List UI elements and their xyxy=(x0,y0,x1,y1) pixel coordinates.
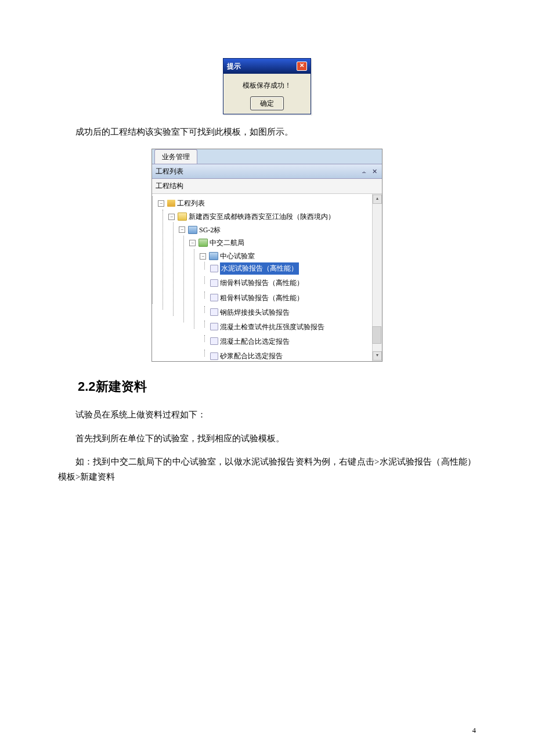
form-icon xyxy=(210,323,218,330)
dialog-title-text: 提示 xyxy=(227,60,241,72)
panel-title: 工程列表 xyxy=(156,165,183,177)
tree-project-label: 新建西安至成都铁路西安至江油段（陕西境内） xyxy=(189,211,335,222)
tree-leaf-label: 混凝土检查试件抗压强度试验报告 xyxy=(220,321,324,333)
tree-org[interactable]: − 中交二航局 xyxy=(189,237,244,249)
org-icon xyxy=(199,239,208,247)
tree-leaf[interactable]: 混凝土检查试件抗压强度试验报告 xyxy=(210,321,324,333)
collapse-icon[interactable]: − xyxy=(179,226,185,233)
panel-close-icon[interactable]: ✕ xyxy=(370,167,378,175)
close-icon[interactable]: ✕ xyxy=(297,62,307,71)
tree-leaf-label: 细骨料试验报告（高性能） xyxy=(220,277,304,289)
tree-leaf-label: 水泥试验报告（高性能） xyxy=(220,262,299,274)
folder-open-icon xyxy=(178,213,187,221)
tab-business-management[interactable]: 业务管理 xyxy=(154,149,197,164)
folder-icon xyxy=(209,252,218,260)
ok-button[interactable]: 确定 xyxy=(250,96,284,110)
collapse-icon[interactable]: − xyxy=(158,200,164,207)
tree-leaf[interactable]: 细骨料试验报告（高性能） xyxy=(210,277,304,289)
panel-subtitle: 工程结构 xyxy=(152,179,382,193)
folder-icon xyxy=(188,226,197,234)
tree-section-label: SG-2标 xyxy=(199,224,221,236)
page-number: 4 xyxy=(472,726,477,735)
tree-root-label: 工程列表 xyxy=(177,197,205,209)
tree-root[interactable]: − 工程列表 xyxy=(158,197,205,209)
form-icon xyxy=(210,308,218,316)
tree-lab[interactable]: − 中心试验室 xyxy=(200,250,255,262)
collapse-icon[interactable]: − xyxy=(200,253,206,260)
tree-project[interactable]: − 新建西安至成都铁路西安至江油段（陕西境内） xyxy=(168,211,335,222)
tree-leaf-label: 粗骨料试验报告（高性能） xyxy=(220,292,304,304)
tree-leaf[interactable]: 混凝土配合比选定报告 xyxy=(210,336,290,347)
tree-section[interactable]: − SG-2标 xyxy=(179,224,221,236)
alert-dialog: 提示 ✕ 模板保存成功！ 确定 xyxy=(223,58,311,114)
tree-leaf-selected[interactable]: 水泥试验报告（高性能） xyxy=(210,262,299,274)
collapse-icon[interactable]: − xyxy=(168,214,175,220)
tree-lab-label: 中心试验室 xyxy=(220,250,255,262)
project-tree: − 工程列表 − 新建西安至成都铁路西安至江油段（陕西境内） xyxy=(156,196,381,361)
collapse-icon[interactable]: − xyxy=(189,240,196,246)
tree-leaf-label: 钢筋焊接接头试验报告 xyxy=(220,307,290,318)
form-icon xyxy=(210,337,218,345)
tree-leaf[interactable]: 粗骨料试验报告（高性能） xyxy=(210,292,304,304)
body-paragraph-3: 如：找到中交二航局下的中心试验室，以做水泥试验报告资料为例，右键点击>水泥试验报… xyxy=(58,455,476,484)
form-icon xyxy=(210,279,218,287)
body-paragraph-2: 首先找到所在单位下的试验室，找到相应的试验模板。 xyxy=(58,431,476,447)
form-icon xyxy=(210,352,218,360)
body-paragraph-1: 试验员在系统上做资料过程如下： xyxy=(58,408,476,423)
tree-leaf-label: 砂浆配合比选定报告 xyxy=(220,350,283,361)
pin-icon[interactable]: ⫠ xyxy=(360,167,368,175)
root-icon xyxy=(167,200,175,207)
tree-leaf[interactable]: 钢筋焊接接头试验报告 xyxy=(210,307,290,318)
paragraph-after-dialog: 成功后的工程结构该实验室下可找到此模板，如图所示。 xyxy=(58,125,476,140)
tree-panel: 业务管理 工程列表 ⫠ ✕ 工程结构 ▴ ▾ xyxy=(151,149,383,362)
tree-leaf-label: 混凝土配合比选定报告 xyxy=(220,336,290,347)
form-icon xyxy=(210,265,218,272)
form-icon xyxy=(210,294,218,301)
tree-leaf[interactable]: 砂浆配合比选定报告 xyxy=(210,350,283,361)
section-heading: 2.2新建资料 xyxy=(78,376,476,397)
dialog-message: 模板保存成功！ xyxy=(227,80,307,91)
dialog-titlebar: 提示 ✕ xyxy=(223,59,311,74)
tree-org-label: 中交二航局 xyxy=(210,237,244,249)
